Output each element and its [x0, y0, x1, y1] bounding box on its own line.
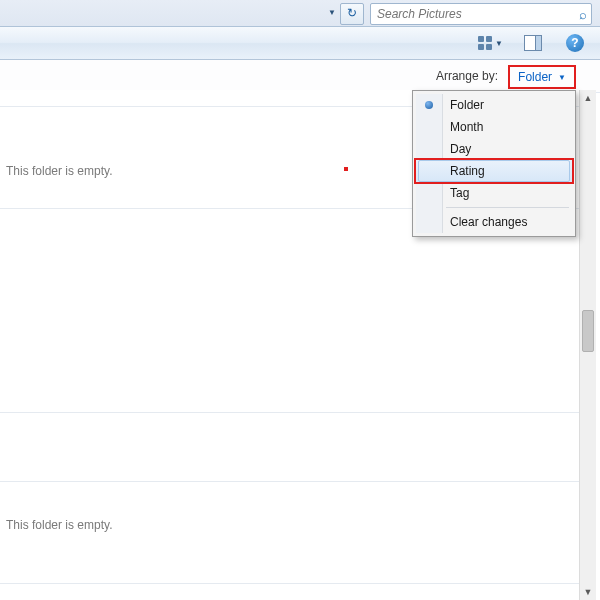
menu-item-label: Folder	[450, 98, 484, 112]
menu-item-label: Month	[450, 120, 483, 134]
command-bar: ▼ ?	[0, 27, 600, 60]
search-box[interactable]: ⌕	[370, 3, 592, 25]
chevron-down-icon: ▼	[495, 39, 503, 48]
arrange-option-day[interactable]: Day	[416, 138, 572, 160]
search-icon[interactable]: ⌕	[575, 7, 587, 22]
menu-item-label: Rating	[450, 164, 485, 178]
help-icon: ?	[566, 34, 584, 52]
arrange-by-menu: Folder Month Day Rating Tag Clear change…	[412, 90, 576, 237]
arrange-by-dropdown[interactable]: Folder ▼	[508, 65, 576, 89]
preview-pane-icon	[524, 35, 542, 51]
menu-item-label: Tag	[450, 186, 469, 200]
scroll-down-arrow[interactable]: ▼	[580, 584, 596, 600]
help-button[interactable]: ?	[558, 31, 592, 55]
scroll-up-arrow[interactable]: ▲	[580, 90, 596, 106]
arrange-option-tag[interactable]: Tag	[416, 182, 572, 204]
radio-selected-icon	[425, 101, 433, 109]
annotation-marker	[344, 167, 348, 171]
search-input[interactable]	[375, 6, 575, 22]
menu-separator	[446, 207, 569, 208]
menu-item-label: Clear changes	[450, 215, 527, 229]
vertical-scrollbar[interactable]: ▲ ▼	[579, 90, 596, 600]
preview-pane-button[interactable]	[516, 31, 550, 55]
empty-folder-message: This folder is empty.	[6, 164, 112, 178]
address-bar-strip: ▼ ↻ ⌕	[0, 0, 600, 27]
menu-item-label: Day	[450, 142, 471, 156]
refresh-icon: ↻	[347, 6, 357, 20]
arrange-by-region: Arrange by: Folder ▼	[0, 60, 600, 93]
refresh-button[interactable]: ↻	[340, 3, 364, 25]
arrange-option-folder[interactable]: Folder	[416, 94, 572, 116]
arrange-by-value: Folder	[518, 70, 552, 84]
scrollbar-thumb[interactable]	[582, 310, 594, 352]
empty-folder-message: This folder is empty.	[6, 518, 112, 532]
nav-history-dropdown[interactable]: ▼	[326, 4, 338, 22]
arrange-by-label: Arrange by:	[436, 69, 498, 83]
chevron-down-icon: ▼	[558, 73, 566, 82]
arrange-option-month[interactable]: Month	[416, 116, 572, 138]
change-view-button[interactable]: ▼	[473, 31, 508, 55]
arrange-option-rating[interactable]: Rating	[414, 158, 574, 184]
views-icon	[478, 36, 492, 50]
arrange-clear-changes[interactable]: Clear changes	[416, 211, 572, 233]
